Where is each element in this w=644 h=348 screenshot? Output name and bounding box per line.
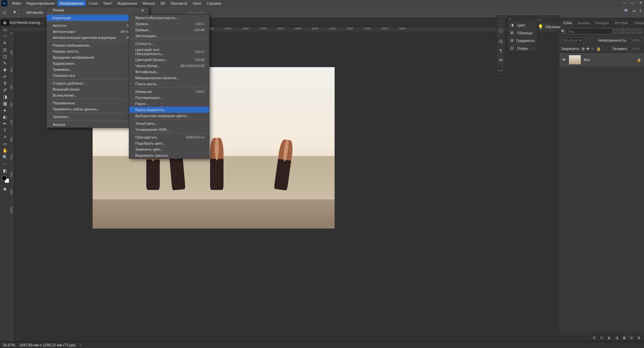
color-swatch[interactable]: [2, 176, 8, 182]
layer-thumbnail[interactable]: [569, 55, 581, 64]
menuitem[interactable]: Режим▶: [47, 7, 149, 13]
fx-icon[interactable]: fx: [600, 336, 604, 340]
menuitem[interactable]: Тонирование HDR...: [129, 127, 209, 133]
filter-adjust-icon[interactable]: [620, 29, 624, 33]
mask-icon[interactable]: ◐: [608, 336, 612, 340]
menu-слои[interactable]: Слои: [86, 0, 100, 6]
menuitem[interactable]: Поиск цвета...: [129, 81, 209, 87]
menuitem[interactable]: Черно-белое...Alt+Shift+Ctrl+B: [129, 63, 209, 69]
zoom-value[interactable]: 16,67%: [3, 343, 15, 347]
visibility-icon[interactable]: 👁: [562, 58, 566, 62]
delete-icon[interactable]: 🗑: [637, 336, 641, 340]
adjustment-icon[interactable]: ◑: [615, 336, 619, 340]
menu-изображение[interactable]: Изображение: [57, 0, 86, 6]
menuitem[interactable]: Яркость/Контрастность...: [129, 15, 209, 21]
blur-tool[interactable]: ●: [0, 107, 9, 113]
info-icon[interactable]: ⓘ: [499, 28, 503, 34]
workspace-icon[interactable]: ▭: [632, 9, 636, 13]
paragraph-icon[interactable]: ¶: [500, 48, 502, 53]
shape-tool[interactable]: ▭: [0, 140, 9, 147]
healing-tool[interactable]: ✚: [0, 66, 9, 73]
lasso-tool[interactable]: ◠: [0, 33, 9, 40]
home-icon[interactable]: ⌂: [3, 9, 6, 15]
menuitem[interactable]: Порог...: [129, 101, 209, 107]
path-tool[interactable]: ↗: [0, 134, 9, 140]
maximize-icon[interactable]: □: [631, 1, 635, 5]
frame-tool[interactable]: ◫: [0, 53, 9, 60]
menuitem[interactable]: Уровни...Ctrl+L: [129, 21, 209, 27]
text-tool[interactable]: T: [0, 127, 9, 134]
marquee-tool[interactable]: ▭: [0, 26, 9, 33]
panel-tab-Узоры[interactable]: ⊡Узоры: [508, 44, 537, 52]
lightbulb-icon[interactable]: 💡: [538, 24, 543, 30]
panel-tab-Градиенты[interactable]: ⊟Градиенты: [508, 37, 537, 44]
menuitem[interactable]: Цветовой тон/Насыщенность...Ctrl+U: [129, 47, 209, 57]
blend-mode-select[interactable]: Обычные: [561, 37, 584, 43]
filter-shape-icon[interactable]: [632, 29, 636, 33]
layer-row[interactable]: 👁 Фон 🔒: [560, 53, 643, 66]
menu-файл[interactable]: Файл: [9, 0, 24, 6]
hand-tool[interactable]: ✋: [0, 147, 9, 154]
menuitem[interactable]: Сочность...: [129, 41, 209, 47]
menuitem[interactable]: Фотофильтр...: [129, 69, 209, 75]
dodge-tool[interactable]: ◐: [0, 113, 9, 120]
eyedropper-tool[interactable]: ✎: [0, 60, 9, 66]
minimize-icon[interactable]: —: [623, 1, 627, 5]
link-icon[interactable]: ⧉: [593, 336, 597, 340]
menuitem[interactable]: Заменить цвет...: [129, 146, 209, 152]
panel-tab-Образцы[interactable]: ⊞Образцы: [508, 29, 537, 37]
menu-3d[interactable]: 3D: [158, 0, 168, 6]
menuitem[interactable]: Цветовой баланс...Ctrl+B: [129, 57, 209, 63]
lock-position-icon[interactable]: ✚: [586, 47, 589, 51]
lock-all-icon[interactable]: 🔒: [596, 47, 601, 51]
zoom-tool[interactable]: 🔍: [0, 154, 9, 160]
edit-toolbar[interactable]: ◧: [0, 167, 9, 174]
quickmask-tool[interactable]: ◙: [0, 185, 9, 192]
tab-Каналы[interactable]: Каналы: [575, 19, 593, 27]
gradient-tool[interactable]: ▦: [0, 100, 9, 107]
menuitem[interactable]: Выровнять яркость: [129, 152, 209, 158]
menuitem[interactable]: Тени/Света...: [129, 120, 209, 127]
move-tool-icon[interactable]: ✥: [13, 10, 16, 14]
filter-text-icon[interactable]: [626, 29, 630, 33]
tab-История[interactable]: История: [612, 19, 631, 27]
opacity-value[interactable]: 100%: [629, 38, 642, 43]
menuitem[interactable]: ОбесцветитьShift+Ctrl+U: [129, 134, 209, 140]
group-icon[interactable]: ▣: [623, 336, 627, 340]
brush-tool[interactable]: ✐: [0, 73, 9, 80]
layer-filter-input[interactable]: [566, 28, 612, 34]
quick-select-tool[interactable]: ✎: [0, 40, 9, 46]
menuitem[interactable]: Карта градиента...: [129, 107, 209, 113]
search-icon[interactable]: 🔍: [624, 9, 629, 13]
menuitem[interactable]: Постеризация...: [129, 95, 209, 101]
menuitem[interactable]: ИнверсияCtrl+I: [129, 89, 209, 95]
panel-tab-Цвет[interactable]: ◑Цвет: [508, 21, 537, 29]
eraser-tool[interactable]: ◨: [0, 93, 9, 100]
tab-Операции[interactable]: Операции: [631, 19, 644, 27]
pen-tool[interactable]: ✒: [0, 120, 9, 127]
fill-value[interactable]: 100%: [629, 46, 642, 51]
menu-текст[interactable]: Текст: [100, 0, 115, 6]
filter-smart-icon[interactable]: [638, 29, 642, 33]
menuitem[interactable]: Экспозиция...: [129, 33, 209, 39]
glyph-icon[interactable]: aA: [499, 58, 503, 62]
close-icon[interactable]: ✕: [639, 1, 643, 5]
tab-Контуры[interactable]: Контуры: [593, 19, 612, 27]
clone-tool[interactable]: ⚲: [0, 80, 9, 87]
filter-pixel-icon[interactable]: [614, 29, 618, 33]
menu-редактирование[interactable]: Редактирование: [24, 0, 57, 6]
menu-просмотр[interactable]: Просмотр: [168, 0, 190, 6]
menu-окно[interactable]: Окно: [190, 0, 204, 6]
history-brush-tool[interactable]: ↺: [0, 87, 9, 93]
autoselect-checkbox[interactable]: ✓: [19, 10, 23, 14]
move-tool[interactable]: ✥: [0, 19, 9, 26]
lock-move-icon[interactable]: ↔: [591, 47, 595, 51]
character-icon[interactable]: A|: [499, 39, 503, 44]
status-arrow-icon[interactable]: ›: [80, 343, 81, 347]
menuitem[interactable]: Выборочная коррекция цвета...: [129, 113, 209, 119]
menu-выделение[interactable]: Выделение: [115, 0, 140, 6]
menuitem[interactable]: Кривые...Ctrl+M: [129, 27, 209, 33]
share-icon[interactable]: ⇧: [639, 9, 642, 13]
lock-pixels-icon[interactable]: ⊞: [582, 47, 585, 51]
menu-фильтр[interactable]: Фильтр: [140, 0, 158, 6]
